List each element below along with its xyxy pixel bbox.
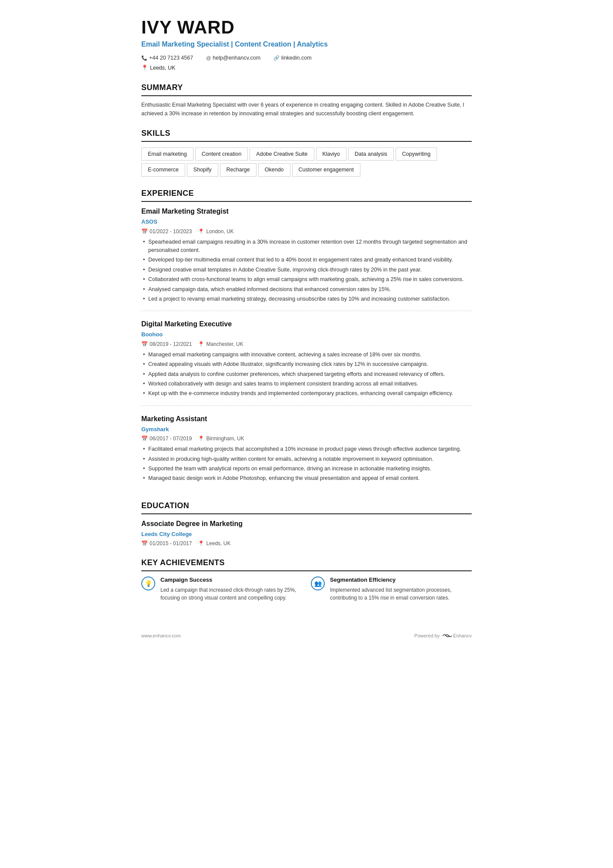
email-icon: @ (206, 54, 211, 62)
edu-dates: 📅 01/2015 - 01/2017 (141, 540, 192, 547)
brand-name: Enhancv (453, 632, 472, 640)
achievement-icon: 💡 (141, 576, 155, 590)
company-name: ASOS (141, 218, 472, 226)
company-name: Gymshark (141, 425, 472, 434)
bullet-item: Collaborated with cross-functional teams… (141, 275, 472, 284)
header: IVY WARD Email Marketing Specialist | Co… (141, 17, 472, 72)
achievement-card: 👥Segmentation EfficiencyImplemented adva… (311, 576, 472, 602)
edu-degree: Associate Degree in Marketing (141, 519, 472, 529)
achievements-title: KEY ACHIEVEMENTS (141, 557, 472, 571)
experience-list: Email Marketing StrategistASOS 📅 01/2022… (141, 206, 472, 490)
skill-item: E-commerce (141, 163, 185, 177)
edu-school: Leeds City College (141, 530, 472, 539)
calendar-icon: 📅 (141, 540, 148, 547)
email-contact: @ help@enhancv.com (206, 54, 260, 62)
achievement-description: Implemented advanced list segmentation p… (330, 586, 472, 602)
skill-item: Copywriting (396, 147, 437, 161)
linkedin-contact: 🔗 linkedin.com (273, 54, 311, 62)
achievements-grid: 💡Campaign SuccessLed a campaign that inc… (141, 576, 472, 602)
achievement-title: Campaign Success (160, 576, 302, 584)
achievement-icon: 👥 (311, 576, 325, 590)
job-meta: 📅 08/2019 - 12/2021 📍 Manchester, UK (141, 340, 472, 348)
skill-item: Recharge (220, 163, 257, 177)
skill-item: Shopify (187, 163, 218, 177)
enhancv-logo-svg (442, 633, 452, 639)
job-bullets: Managed email marketing campaigns with i… (141, 351, 472, 398)
job-dates: 📅 08/2019 - 12/2021 (141, 340, 192, 348)
bullet-item: Managed basic design work in Adobe Photo… (141, 474, 472, 483)
bullet-item: Led a project to revamp email marketing … (141, 295, 472, 303)
summary-text: Enthusiastic Email Marketing Specialist … (141, 101, 472, 118)
location-pin-icon: 📍 (198, 540, 204, 547)
email-address: help@enhancv.com (213, 54, 260, 62)
bullet-item: Created appealing visuals with Adobe Ill… (141, 360, 472, 369)
bullet-item: Analysed campaign data, which enabled in… (141, 285, 472, 294)
bullet-item: Kept up with the e-commerce industry tre… (141, 389, 472, 398)
experience-title: EXPERIENCE (141, 188, 472, 202)
phone-number: +44 20 7123 4567 (149, 54, 193, 62)
job-title: Marketing Assistant (141, 414, 472, 424)
skill-item: Adobe Creative Suite (250, 147, 314, 161)
skill-item: Content creation (195, 147, 248, 161)
page-footer: www.enhancv.com Powered by Enhancv (141, 628, 472, 640)
bullet-item: Designed creative email templates in Ado… (141, 266, 472, 274)
job-location: 📍 Birmingham, UK (198, 435, 244, 442)
bullet-item: Supported the team with analytical repor… (141, 465, 472, 473)
achievement-content: Segmentation EfficiencyImplemented advan… (330, 576, 472, 602)
resume-page: IVY WARD Email Marketing Specialist | Co… (120, 0, 493, 868)
linkedin-url: linkedin.com (281, 54, 311, 62)
achievement-description: Led a campaign that increased click-thro… (160, 586, 302, 602)
education-block: Associate Degree in MarketingLeeds City … (141, 519, 472, 548)
education-list: Associate Degree in MarketingLeeds City … (141, 519, 472, 548)
location-text: Leeds, UK (150, 64, 175, 72)
calendar-icon: 📅 (141, 228, 148, 235)
summary-title: SUMMARY (141, 82, 472, 96)
calendar-icon: 📅 (141, 435, 148, 442)
skill-item: Okendo (258, 163, 290, 177)
bullet-item: Assisted in producing high-quality writt… (141, 455, 472, 463)
location-row: 📍 Leeds, UK (141, 64, 472, 72)
location-pin-icon: 📍 (198, 340, 204, 348)
job-title: Email Marketing Strategist (141, 206, 472, 217)
powered-by-label: Powered by (414, 632, 440, 640)
skills-grid: Email marketingContent creationAdobe Cre… (141, 146, 472, 178)
edu-meta: 📅 01/2015 - 01/2017 📍 Leeds, UK (141, 540, 472, 547)
skills-title: SKILLS (141, 127, 472, 142)
job-meta: 📅 06/2017 - 07/2019 📍 Birmingham, UK (141, 435, 472, 442)
job-meta: 📅 01/2022 - 10/2023 📍 London, UK (141, 228, 472, 235)
job-location: 📍 London, UK (198, 228, 233, 235)
job-dates: 📅 06/2017 - 07/2019 (141, 435, 192, 442)
enhancv-logo: Enhancv (442, 632, 472, 640)
skills-section: SKILLS Email marketingContent creationAd… (141, 127, 472, 178)
phone-contact: 📞 +44 20 7123 4567 (141, 54, 193, 62)
achievement-card: 💡Campaign SuccessLed a campaign that inc… (141, 576, 302, 602)
candidate-name: IVY WARD (141, 17, 472, 37)
experience-section: EXPERIENCE Email Marketing StrategistASO… (141, 188, 472, 490)
achievement-content: Campaign SuccessLed a campaign that incr… (160, 576, 302, 602)
education-title: EDUCATION (141, 500, 472, 514)
candidate-title: Email Marketing Specialist | Content Cre… (141, 39, 472, 50)
experience-block: Email Marketing StrategistASOS 📅 01/2022… (141, 206, 472, 311)
location-icon: 📍 (141, 64, 148, 72)
education-section: EDUCATION Associate Degree in MarketingL… (141, 500, 472, 548)
contact-row: 📞 +44 20 7123 4567 @ help@enhancv.com 🔗 … (141, 54, 472, 62)
job-bullets: Facilitated email marketing projects tha… (141, 445, 472, 483)
bullet-item: Developed top-tier multimedia email cont… (141, 256, 472, 264)
bullet-item: Applied data analysis to confine custome… (141, 370, 472, 379)
bullet-item: Spearheaded email campaigns resulting in… (141, 238, 472, 255)
footer-website: www.enhancv.com (141, 632, 181, 640)
achievements-section: KEY ACHIEVEMENTS 💡Campaign SuccessLed a … (141, 557, 472, 602)
calendar-icon: 📅 (141, 340, 148, 348)
skill-item: Data analysis (348, 147, 394, 161)
location-pin-icon: 📍 (198, 228, 204, 235)
experience-block: Digital Marketing ExecutiveBoohoo 📅 08/2… (141, 319, 472, 406)
company-name: Boohoo (141, 330, 472, 339)
bullet-item: Managed email marketing campaigns with i… (141, 351, 472, 359)
summary-section: SUMMARY Enthusiastic Email Marketing Spe… (141, 82, 472, 118)
bullet-item: Facilitated email marketing projects tha… (141, 445, 472, 453)
skill-item: Email marketing (141, 147, 193, 161)
achievement-title: Segmentation Efficiency (330, 576, 472, 584)
job-bullets: Spearheaded email campaigns resulting in… (141, 238, 472, 304)
job-dates: 📅 01/2022 - 10/2023 (141, 228, 192, 235)
linkedin-icon: 🔗 (273, 54, 280, 62)
